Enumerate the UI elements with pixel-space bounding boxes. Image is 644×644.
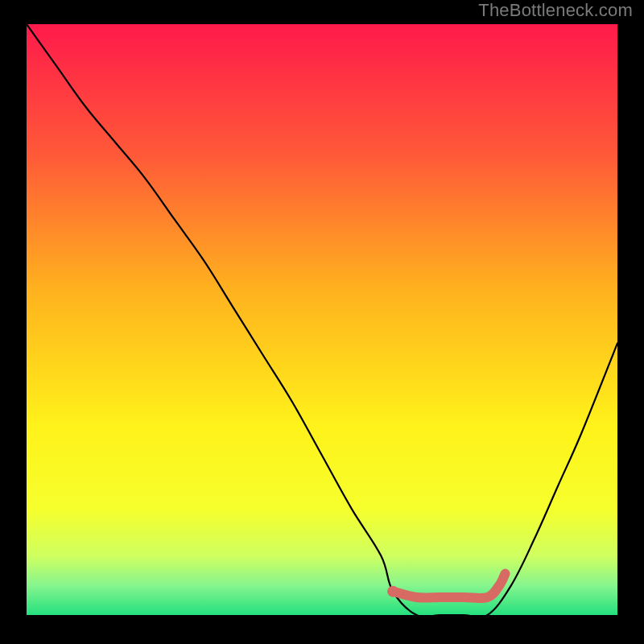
bottleneck-chart — [27, 24, 617, 615]
current-point-marker — [387, 586, 398, 597]
attribution-label: TheBottleneck.com — [478, 0, 633, 21]
chart-canvas — [27, 24, 617, 615]
gradient-background — [27, 24, 617, 615]
chart-frame: TheBottleneck.com — [0, 0, 644, 644]
